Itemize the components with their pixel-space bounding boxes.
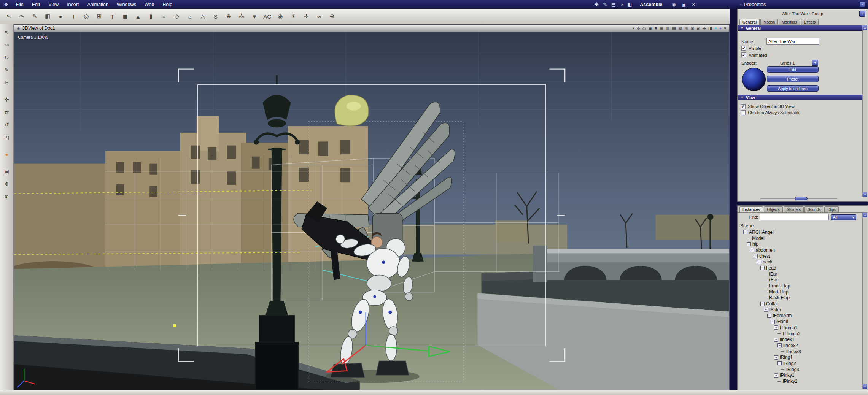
move-tool-icon[interactable]: ✛ bbox=[2, 95, 12, 105]
direct-manipulation-icon[interactable]: ↪ bbox=[2, 40, 12, 50]
find-input[interactable] bbox=[760, 214, 829, 220]
cylinder-primitive-icon[interactable]: ▮ bbox=[145, 11, 157, 22]
expand-icon[interactable] bbox=[774, 355, 778, 360]
properties-scrollbar[interactable] bbox=[862, 25, 867, 197]
rotate-object-icon[interactable]: ↺ bbox=[2, 120, 12, 130]
cube-primitive-icon[interactable]: ◼ bbox=[119, 11, 131, 22]
menu-item[interactable]: Edit bbox=[28, 0, 45, 9]
layout-two-vert-icon[interactable]: ▤ bbox=[660, 26, 663, 31]
camera-list-icon[interactable]: ◉ bbox=[691, 26, 695, 31]
model-room-icon[interactable]: ✎ bbox=[603, 2, 607, 7]
infinite-plane-icon[interactable]: ⌂ bbox=[184, 11, 196, 22]
tree-item[interactable]: abdomen bbox=[738, 247, 862, 253]
visible-checkbox[interactable] bbox=[741, 46, 746, 51]
ghost-menu-icon[interactable]: ▨ bbox=[684, 26, 688, 31]
tree-item[interactable]: lIndex1 bbox=[738, 336, 862, 343]
layout-three-icon[interactable]: ▧ bbox=[678, 26, 682, 31]
scale-object-icon[interactable]: ◰ bbox=[2, 132, 12, 142]
target-helper-icon[interactable]: ✛ bbox=[300, 11, 312, 22]
tab-sounds[interactable]: Sounds bbox=[804, 206, 823, 212]
expand-icon[interactable] bbox=[774, 325, 778, 330]
tree-item[interactable]: lHand bbox=[738, 319, 862, 325]
link-modifier-icon[interactable]: ∞ bbox=[313, 11, 325, 22]
agl-icon[interactable]: AG bbox=[262, 11, 273, 22]
expand-icon[interactable] bbox=[777, 343, 782, 347]
scroll-up-icon[interactable] bbox=[863, 25, 867, 30]
expand-icon[interactable] bbox=[757, 260, 761, 264]
menu-item[interactable]: Animation bbox=[83, 0, 113, 9]
tree-item[interactable]: head bbox=[738, 265, 862, 271]
pan-view-icon[interactable]: ✥ bbox=[2, 179, 12, 189]
tree-item[interactable]: neck bbox=[738, 259, 862, 265]
expand-icon[interactable] bbox=[771, 320, 775, 324]
track-xy-icon[interactable]: ✛ bbox=[637, 26, 640, 31]
tree-item[interactable]: lIndex2 bbox=[738, 343, 862, 349]
select-arrow-icon[interactable]: ↖ bbox=[3, 11, 14, 22]
torus-primitive-icon[interactable]: ○ bbox=[158, 11, 170, 22]
tree-item[interactable]: Front-Flap bbox=[738, 283, 862, 289]
tab-clips[interactable]: Clips bbox=[824, 206, 839, 212]
viewport-titlebar[interactable]: ◈ 3DView of Doc1 ◔✛◎▣■▤▥▦▧▨◉⊞✚◨●●▾ bbox=[14, 25, 729, 32]
panel-slider[interactable] bbox=[760, 197, 837, 200]
hotpoint-tool-icon[interactable]: ● bbox=[2, 149, 12, 159]
menu-item[interactable]: View bbox=[44, 0, 63, 9]
light-icon[interactable]: ☀ bbox=[288, 11, 299, 22]
assemble-room-icon[interactable]: ✥ bbox=[595, 2, 599, 7]
layout-four-icon[interactable]: ▦ bbox=[672, 26, 676, 31]
vertex-handle[interactable] bbox=[173, 324, 176, 327]
rotate-view-icon[interactable]: ↻ bbox=[2, 52, 12, 62]
dock-collapse-icon[interactable]: » bbox=[859, 2, 865, 7]
name-input[interactable] bbox=[766, 38, 819, 45]
eye-icon[interactable]: ◉ bbox=[672, 2, 676, 7]
viewport-canvas[interactable]: Camera 1 100% bbox=[14, 32, 729, 390]
properties-header[interactable]: ▪ Properties » bbox=[737, 0, 868, 9]
preset-button[interactable]: Preset bbox=[767, 76, 819, 82]
undock-icon[interactable]: » bbox=[859, 11, 865, 17]
expand-icon[interactable] bbox=[750, 248, 754, 252]
tree-item[interactable]: lThumb2 bbox=[738, 331, 862, 337]
wireframe-color-icon[interactable]: ● bbox=[714, 26, 717, 30]
expand-icon[interactable] bbox=[774, 373, 778, 378]
tab-shaders[interactable]: Shaders bbox=[784, 206, 804, 212]
tree-item[interactable]: Back-Flap bbox=[738, 295, 862, 301]
filter-dropdown[interactable]: All ▾ bbox=[831, 214, 856, 220]
tree-item[interactable]: Model bbox=[738, 235, 862, 241]
storyboard-room-icon[interactable]: ▤ bbox=[611, 2, 616, 7]
shader-preview[interactable] bbox=[742, 68, 766, 91]
translate-tool-icon[interactable]: ⇄ bbox=[2, 107, 12, 117]
background-color-icon[interactable]: ● bbox=[719, 26, 722, 30]
sphere-primitive-icon[interactable]: ● bbox=[55, 11, 66, 22]
tab-motion[interactable]: Motion bbox=[760, 19, 778, 25]
axis-toggle-icon[interactable]: ✚ bbox=[703, 26, 706, 31]
frame-selection-icon[interactable]: ▣ bbox=[649, 26, 652, 31]
section-view[interactable]: ▼ View bbox=[738, 95, 867, 100]
tree-item[interactable]: Mod-Flap bbox=[738, 289, 862, 295]
close-window-icon[interactable]: ✕ bbox=[692, 2, 695, 7]
scene-3d[interactable] bbox=[14, 32, 729, 390]
aim-camera-icon[interactable]: ◎ bbox=[642, 26, 646, 31]
brush-tool-icon[interactable]: ✎ bbox=[29, 11, 40, 22]
tree-item[interactable]: lPinky2 bbox=[738, 378, 862, 384]
expand-icon[interactable] bbox=[743, 230, 747, 234]
option-checkbox[interactable] bbox=[741, 104, 746, 109]
zoom-view-icon[interactable]: ⊕ bbox=[2, 192, 12, 201]
scroll-up-icon[interactable] bbox=[863, 213, 867, 217]
plane-primitive-icon[interactable]: ◇ bbox=[171, 11, 183, 22]
scroll-down-icon[interactable] bbox=[863, 384, 867, 389]
tab-effects[interactable]: Effects bbox=[801, 19, 819, 25]
expand-icon[interactable] bbox=[774, 338, 778, 342]
layout-two-horiz-icon[interactable]: ▥ bbox=[666, 26, 669, 31]
app-logo-icon[interactable]: ❖ bbox=[4, 2, 9, 8]
expand-icon[interactable] bbox=[754, 254, 758, 258]
expand-icon[interactable] bbox=[767, 314, 771, 318]
camera-icon[interactable]: ◉ bbox=[275, 11, 286, 22]
expand-icon[interactable] bbox=[760, 266, 765, 270]
scene-root-label[interactable]: Scene bbox=[740, 223, 754, 228]
option-checkbox[interactable] bbox=[741, 110, 746, 115]
menu-item[interactable]: File bbox=[12, 0, 28, 9]
menu-item[interactable]: Windows bbox=[113, 0, 140, 9]
tree-item[interactable]: lPinky1 bbox=[738, 373, 862, 379]
apply-children-button[interactable]: Apply to children bbox=[767, 85, 819, 92]
tree-item[interactable]: lRing2 bbox=[738, 360, 862, 366]
tree-item[interactable]: Collar bbox=[738, 301, 862, 307]
